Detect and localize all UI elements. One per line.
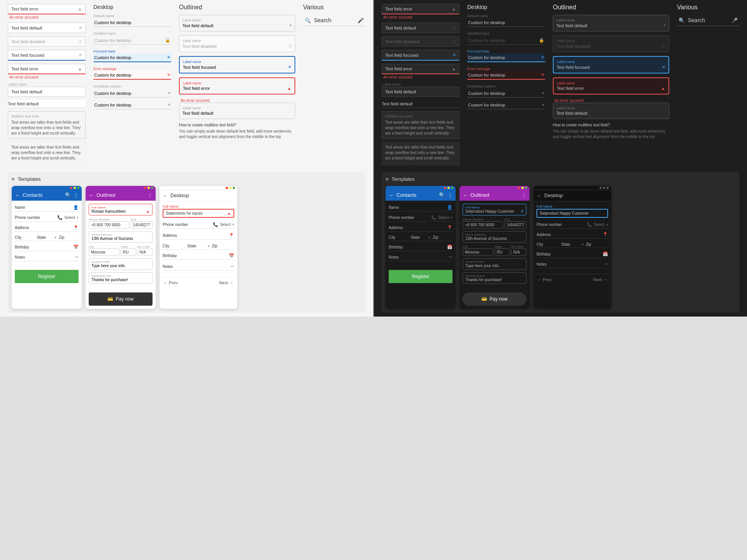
prev-btn[interactable]: ← Prev	[163, 280, 178, 285]
dark-desktop-phone-row[interactable]: Phone number 📞 Select ▾	[537, 221, 608, 229]
dark-error-input[interactable]: Custom for desktop ✕	[467, 71, 545, 80]
dark-dropdown-input[interactable]: Custom for desktop ▾	[467, 89, 545, 98]
focused-input[interactable]: Custom for desktop ✕	[93, 53, 171, 62]
desktop-phone-title: Desktop	[170, 192, 234, 198]
desktop-phone-select[interactable]: 📞 Select ▾	[213, 222, 234, 227]
zip-row[interactable]: Zip	[59, 234, 79, 241]
desktop-phone-row[interactable]: Phone number 📞 Select ▾	[163, 221, 234, 229]
outlined-default[interactable]: Label name Text field default ▾	[179, 15, 295, 32]
dark-tf-label-box[interactable]: Text field default	[382, 87, 459, 97]
fullname-field[interactable]: Full Name Roman Kamushken ▲	[89, 204, 153, 215]
dropdown-label: Dropdown caption	[93, 84, 171, 88]
dark-tf-error2-box[interactable]: Text field error ▲	[382, 64, 459, 74]
dark-phone-select[interactable]: 📞 Select ▾	[431, 215, 452, 220]
next-btn[interactable]: Next →	[219, 280, 233, 285]
dark-next-btn[interactable]: Next →	[593, 277, 607, 282]
dark-default-input[interactable]: Custom for desktop	[467, 19, 545, 27]
fullname-content: Roman Kamushken ▲	[91, 209, 150, 214]
desktop-topbar: ← Desktop	[160, 190, 237, 201]
dark-desktop-fullname-field[interactable]: Setproduct Happy Customer	[537, 209, 608, 218]
tf-focused-box[interactable]: Text field focused ✕	[8, 50, 86, 61]
custom-field-o[interactable]: Custom Field Type here your info	[89, 258, 153, 270]
dark-tf-error-box[interactable]: Text field error ▲	[382, 4, 459, 14]
additional-field-o[interactable]: Additional Info Thanks for purchase!	[89, 272, 153, 284]
dark-desktop-nav-btns: ← Prev Next →	[533, 274, 611, 285]
dark-tf-multiline-box[interactable]: Multiline text area Text areas are talle…	[382, 111, 459, 139]
default-input[interactable]: Custom for desktop	[93, 19, 171, 27]
dark-outlined-error[interactable]: Label name Text field error ▲	[553, 77, 669, 94]
dark-outlined-focused[interactable]: Label name Text field focused ✕	[553, 56, 669, 74]
tf-multiline-box[interactable]: Multiline text area Text areas are talle…	[8, 111, 86, 139]
dark-prev-icon: ←	[537, 277, 542, 282]
dropdown-input[interactable]: Custom for desktop ▾	[93, 89, 171, 98]
error-input[interactable]: Custom for desktop ✕	[93, 71, 171, 80]
dark-phone-dots-contacts	[386, 186, 456, 190]
dark-chevron-state-d: ▾	[582, 242, 584, 247]
tf-multiline2-box[interactable]: Text areas are taller than text fields a…	[8, 142, 86, 165]
dark-person-icon: 👤	[447, 205, 452, 210]
address-outlined[interactable]: Home Address 13th Avenue of Success	[89, 231, 153, 243]
outlined-plain[interactable]: Label name Text field default	[179, 103, 295, 119]
dark-focused-input[interactable]: Custom for desktop ✕	[467, 53, 545, 62]
tf-label-box[interactable]: Text field default	[8, 87, 86, 97]
phone-value[interactable]: +8 800 700 9000	[89, 221, 129, 229]
dark-phone-value[interactable]: +8 800 700 9000	[463, 221, 503, 229]
dropdown2-input[interactable]: Custom for desktop ▾	[93, 101, 171, 109]
desktop-address-row[interactable]: Address 📍	[163, 232, 234, 240]
dark-tf-default-box[interactable]: Text field default ✕	[382, 23, 459, 33]
outlined-focused[interactable]: Label name Text field focused ✕	[179, 56, 295, 74]
chevron-down-icon: ▾	[168, 91, 170, 96]
dark-name-row[interactable]: Name 👤	[389, 204, 452, 212]
tf-error2-box[interactable]: Text field error ▲	[8, 64, 86, 74]
warn-icon: ▲	[78, 7, 82, 11]
dark-icq-value[interactable]: 14549277	[505, 221, 527, 229]
phone-select[interactable]: 📞 Select ▾	[57, 215, 79, 220]
icq-value[interactable]: 14549277	[131, 221, 153, 229]
pay-btn[interactable]: 💳 Pay now	[89, 292, 153, 306]
dark-chevron-state: ▾	[428, 235, 430, 240]
dark-search-box[interactable]: 🔍 Search 🎤	[677, 15, 739, 26]
city-value-o[interactable]: Moscow	[89, 248, 119, 256]
name-row[interactable]: Name 👤	[15, 204, 79, 212]
outlined-error[interactable]: Label name Text field error ▲	[179, 77, 295, 94]
dark-outlined-default[interactable]: Label name Text field default ▾	[553, 15, 669, 32]
address-row[interactable]: Address 📍	[15, 224, 79, 232]
dark-dropdown2-input[interactable]: Custom for desktop ▾	[467, 101, 545, 109]
zip-value-o[interactable]: N/A	[137, 248, 153, 256]
register-btn[interactable]: Register	[15, 270, 79, 283]
dark-register-btn[interactable]: Register	[389, 270, 452, 283]
tf-error-box[interactable]: Text field error ▲	[8, 4, 86, 14]
notes-row[interactable]: Notes ✏	[15, 254, 79, 261]
desktop-fullname-field[interactable]: Statements for inputs ▲	[163, 209, 234, 218]
dark-outlined-plain[interactable]: Label name Text field default	[553, 103, 669, 119]
dark-desktop-phone-select[interactable]: 📞 Select ▾	[587, 222, 608, 227]
dark-tf-multiline2-box[interactable]: Text areas are taller than text fields a…	[382, 142, 459, 165]
phone-row[interactable]: Phone number 📞 Select ▾	[15, 214, 79, 222]
state-row[interactable]: State ▾	[37, 234, 57, 241]
dark-custom-field-o[interactable]: Custom Field Type here your info	[463, 258, 526, 270]
dark-address-outlined[interactable]: Home Address 13th Avenue of Success	[463, 231, 526, 243]
tf-error2-item: Text field error ▲ An error occured	[8, 64, 86, 79]
dark-birthday-row[interactable]: Birthday 📅	[389, 243, 452, 251]
state-value-o[interactable]: RU	[121, 248, 136, 256]
city-row[interactable]: City	[15, 234, 35, 241]
dark-pay-btn[interactable]: 💳 Pay now	[463, 292, 526, 306]
tf-default-box[interactable]: Text field default ✕	[8, 23, 86, 33]
dark-fullname-field[interactable]: Full Name Setproduct Happy Customer ✕	[463, 204, 526, 215]
search-box[interactable]: 🔍 Search 🎤	[303, 15, 365, 26]
dark-tf-focused-box[interactable]: Text field focused ✕	[382, 50, 459, 61]
dark-city-value-o[interactable]: Moscow	[463, 248, 493, 256]
dark-zip-value-o[interactable]: N/A	[511, 248, 527, 256]
dark-phone-row[interactable]: Phone number 📞 Select ▾	[389, 214, 452, 222]
dark-prev-btn[interactable]: ← Prev	[537, 277, 552, 282]
birthday-row[interactable]: Birthday 📅	[15, 243, 79, 251]
location-icon-d: 📍	[229, 233, 234, 238]
dark-state-value-o[interactable]: RU	[494, 248, 510, 256]
dark-tf-plain-box[interactable]: Text field default	[382, 100, 459, 108]
dark-lock-icon: 🔒	[539, 38, 544, 43]
dark-address-row[interactable]: Address 📍	[389, 224, 452, 232]
dark-additional-field-o[interactable]: Additional Info Thanks for purchase!	[463, 272, 526, 284]
tf-plain-box[interactable]: Text field default	[8, 100, 86, 108]
dark-notes-row[interactable]: Notes ✏	[389, 254, 452, 261]
dark-tf-label-text: Label name	[382, 82, 459, 86]
